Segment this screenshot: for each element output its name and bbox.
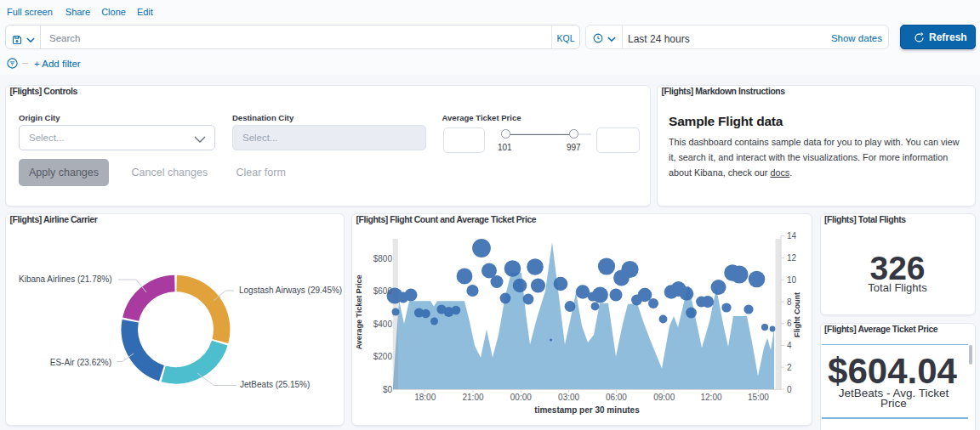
svg-text:Flight Count: Flight Count	[793, 292, 801, 337]
svg-text:06:00: 06:00	[606, 393, 627, 402]
svg-text:$200: $200	[373, 352, 393, 361]
svg-text:18:00: 18:00	[414, 393, 436, 402]
svg-text:timestamp per 30 minutes: timestamp per 30 minutes	[534, 405, 640, 415]
svg-text:$600: $600	[373, 286, 393, 296]
svg-text:$0: $0	[383, 385, 393, 394]
svg-text:JetBeats (25.15%): JetBeats (25.15%)	[240, 380, 310, 389]
svg-text:15:00: 15:00	[748, 393, 769, 402]
svg-text:ES-Air (23.62%): ES-Air (23.62%)	[50, 358, 111, 367]
svg-text:8: 8	[787, 297, 792, 307]
svg-text:$800: $800	[373, 254, 393, 263]
svg-text:12:00: 12:00	[700, 393, 721, 402]
svg-text:21:00: 21:00	[462, 393, 483, 402]
svg-text:00:00: 00:00	[510, 393, 532, 402]
svg-text:2: 2	[787, 363, 792, 372]
svg-text:Kibana Airlines (21.78%): Kibana Airlines (21.78%)	[19, 274, 112, 284]
svg-text:10: 10	[787, 275, 797, 285]
svg-text:09:00: 09:00	[653, 393, 675, 402]
svg-text:Average Ticket Price: Average Ticket Price	[355, 274, 363, 349]
svg-text:6: 6	[787, 319, 792, 328]
svg-text:03:00: 03:00	[558, 393, 579, 402]
svg-text:Logstash Airways (29.45%): Logstash Airways (29.45%)	[239, 286, 342, 295]
svg-text:4: 4	[787, 341, 792, 350]
svg-text:$400: $400	[373, 320, 393, 329]
svg-text:12: 12	[787, 253, 797, 263]
svg-text:14: 14	[787, 231, 797, 240]
svg-text:0: 0	[787, 385, 792, 394]
